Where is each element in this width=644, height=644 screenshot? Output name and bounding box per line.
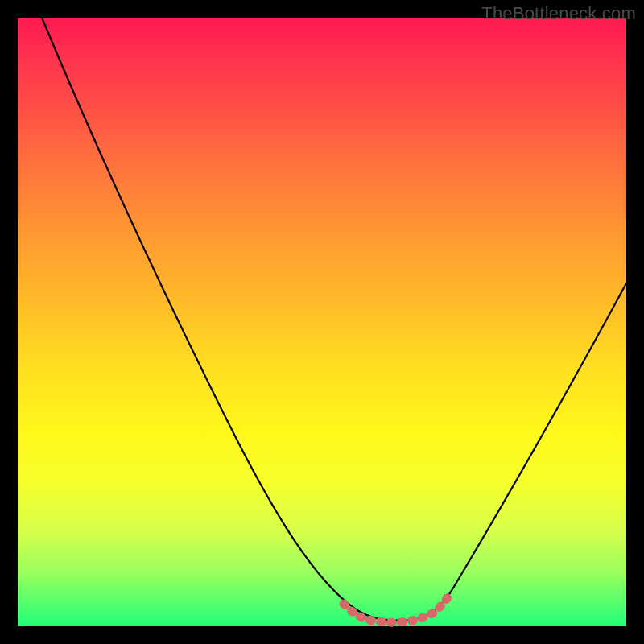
bottleneck-curve-path [42,18,626,621]
chart-frame: TheBottleneck.com [0,0,644,644]
chart-svg [18,18,626,626]
plot-area [18,18,626,626]
watermark-text: TheBottleneck.com [481,3,636,24]
optimal-zone-marker [344,597,448,622]
